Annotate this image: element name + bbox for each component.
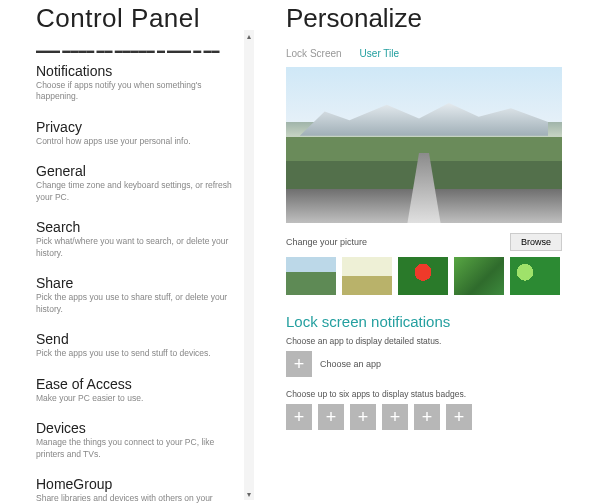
item-desc: Share libraries and devices with others …	[36, 493, 234, 504]
item-desc: Change time zone and keyboard settings, …	[36, 180, 234, 203]
badge-slot-4[interactable]: +	[382, 404, 408, 430]
sidebar-scrollbar[interactable]: ▴ ▾	[244, 30, 254, 500]
thumbnail-5[interactable]	[510, 257, 560, 295]
thumbnail-4[interactable]	[454, 257, 504, 295]
detailed-status-picker: + Choose an app	[286, 351, 572, 377]
tab-user-tile[interactable]: User Tile	[360, 48, 399, 59]
item-title: Search	[36, 219, 234, 235]
thumbnail-2[interactable]	[342, 257, 392, 295]
sidebar-item-devices[interactable]: Devices Manage the things you connect to…	[36, 420, 234, 460]
item-title: Ease of Access	[36, 376, 234, 392]
item-title: Privacy	[36, 119, 234, 135]
badge-slot-6[interactable]: +	[446, 404, 472, 430]
badge-slots: + + + + + +	[286, 404, 572, 430]
scroll-up-icon[interactable]: ▴	[244, 30, 254, 42]
sidebar-item-search[interactable]: Search Pick what/where you want to searc…	[36, 219, 234, 259]
item-desc: Control how apps use your personal info.	[36, 136, 234, 147]
sidebar-item-notifications[interactable]: Notifications Choose if apps notify you …	[36, 63, 234, 103]
change-picture-label: Change your picture	[286, 237, 367, 247]
item-desc: Choose if apps notify you when something…	[36, 80, 234, 103]
badge-caption: Choose up to six apps to display status …	[286, 389, 572, 399]
sidebar-scroll[interactable]: Control Panel ▬▬▬ ▬▬▬▬ ▬▬ ▬▬▬▬▬ ▬ ▬▬▬ ▬ …	[0, 0, 254, 504]
item-desc: Make your PC easier to use.	[36, 393, 234, 404]
sidebar: Control Panel ▬▬▬ ▬▬▬▬ ▬▬ ▬▬▬▬▬ ▬ ▬▬▬ ▬ …	[0, 0, 254, 504]
app-root: Control Panel ▬▬▬ ▬▬▬▬ ▬▬ ▬▬▬▬▬ ▬ ▬▬▬ ▬ …	[0, 0, 590, 504]
item-title: HomeGroup	[36, 476, 234, 492]
badge-slot-3[interactable]: +	[350, 404, 376, 430]
browse-button[interactable]: Browse	[510, 233, 562, 251]
thumbnail-1[interactable]	[286, 257, 336, 295]
item-title: Notifications	[36, 63, 234, 79]
personalize-tabs: Lock Screen User Tile	[286, 48, 572, 59]
sidebar-item-share[interactable]: Share Pick the apps you use to share stu…	[36, 275, 234, 315]
sidebar-item-send[interactable]: Send Pick the apps you use to send stuff…	[36, 331, 234, 359]
thumbnail-3[interactable]	[398, 257, 448, 295]
item-desc: Pick what/where you want to search, or d…	[36, 236, 234, 259]
change-picture-row: Change your picture Browse	[286, 233, 562, 251]
detailed-status-caption: Choose an app to display detailed status…	[286, 336, 572, 346]
truncated-prev-item: ▬▬▬ ▬▬▬▬ ▬▬ ▬▬▬▬▬ ▬ ▬▬▬ ▬ ▬▬	[36, 46, 234, 55]
main-panel: Personalize Lock Screen User Tile Change…	[254, 0, 590, 504]
item-title: Send	[36, 331, 234, 347]
sidebar-item-ease-of-access[interactable]: Ease of Access Make your PC easier to us…	[36, 376, 234, 404]
choose-app-label: Choose an app	[320, 359, 381, 369]
item-desc: Pick the apps you use to share stuff, or…	[36, 292, 234, 315]
scroll-down-icon[interactable]: ▾	[244, 488, 254, 500]
sidebar-title: Control Panel	[36, 3, 234, 34]
item-desc: Manage the things you connect to your PC…	[36, 437, 234, 460]
badge-slot-2[interactable]: +	[318, 404, 344, 430]
tab-lock-screen[interactable]: Lock Screen	[286, 48, 342, 59]
add-detailed-app-button[interactable]: +	[286, 351, 312, 377]
mountain-icon	[300, 101, 548, 135]
notifications-header: Lock screen notifications	[286, 313, 572, 330]
item-desc: Pick the apps you use to send stuff to d…	[36, 348, 234, 359]
badge-slot-1[interactable]: +	[286, 404, 312, 430]
page-title: Personalize	[286, 3, 572, 34]
lock-screen-preview	[286, 67, 562, 223]
badge-slot-5[interactable]: +	[414, 404, 440, 430]
item-title: General	[36, 163, 234, 179]
sidebar-item-privacy[interactable]: Privacy Control how apps use your person…	[36, 119, 234, 147]
sidebar-item-homegroup[interactable]: HomeGroup Share libraries and devices wi…	[36, 476, 234, 504]
item-title: Devices	[36, 420, 234, 436]
picture-thumbnails	[286, 257, 562, 295]
item-title: Share	[36, 275, 234, 291]
sidebar-item-general[interactable]: General Change time zone and keyboard se…	[36, 163, 234, 203]
